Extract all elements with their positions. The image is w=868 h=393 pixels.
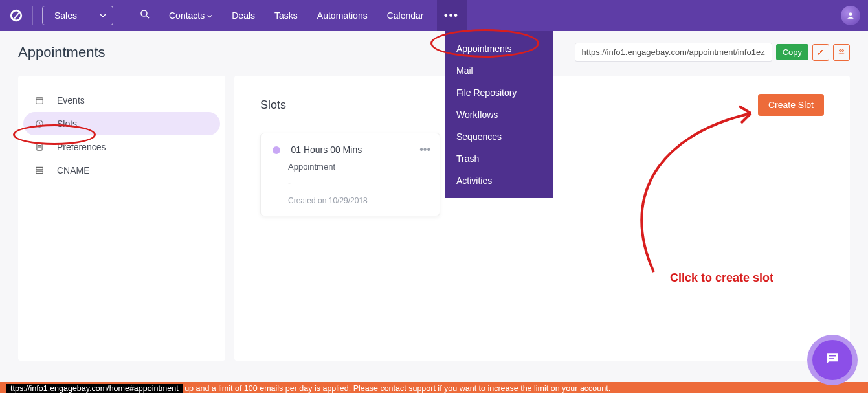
svg-line-1 — [146, 16, 149, 18]
dropdown-appointments[interactable]: Appointments — [445, 38, 553, 60]
chat-icon — [824, 350, 841, 370]
slot-color-dot — [273, 146, 280, 154]
settings-sidebar: Events Slots Preferences CNAME — [18, 76, 225, 361]
footer-message: up and a limit of 100 emails per day is … — [184, 384, 610, 393]
svg-rect-11 — [36, 167, 43, 170]
document-icon — [35, 142, 45, 152]
user-avatar[interactable] — [841, 6, 860, 25]
sidebar-item-preferences[interactable]: Preferences — [18, 135, 225, 159]
slot-more-button[interactable]: ••• — [419, 144, 430, 155]
chevron-down-icon — [207, 10, 212, 21]
svg-point-4 — [842, 49, 844, 51]
nav-label: Automations — [317, 10, 368, 21]
sidebar-item-label: CNAME — [57, 165, 90, 175]
nav-label: Deals — [232, 10, 255, 21]
nav-label: Contacts — [169, 10, 205, 21]
sidebar-item-cname[interactable]: CNAME — [18, 159, 225, 182]
dropdown-mail[interactable]: Mail — [445, 60, 553, 82]
sidebar-item-label: Preferences — [57, 142, 106, 152]
sidebar-item-label: Events — [57, 95, 85, 106]
pencil-icon — [817, 47, 825, 58]
people-icon — [838, 47, 845, 58]
module-selector[interactable]: Sales — [42, 6, 113, 25]
nav-label: Calendar — [387, 10, 424, 21]
sidebar-item-slots[interactable]: Slots — [23, 112, 220, 135]
app-logo[interactable] — [8, 7, 25, 24]
footer-url: ttps://info1.engagebay.com/home#appointm… — [6, 384, 183, 393]
nav-automations[interactable]: Automations — [317, 10, 368, 21]
slot-desc: - — [288, 178, 428, 187]
share-button[interactable] — [833, 44, 850, 61]
ellipsis-icon: ••• — [444, 10, 459, 21]
dropdown-file-repository[interactable]: File Repository — [445, 82, 553, 104]
chevron-down-icon — [100, 10, 106, 21]
page-header: Appointments https://info1.engagebay.com… — [18, 43, 850, 62]
module-label: Sales — [54, 10, 77, 21]
svg-point-0 — [141, 10, 147, 16]
main-title: Slots — [260, 98, 286, 112]
content-row: Events Slots Preferences CNAME Slots Cre… — [18, 76, 850, 361]
create-slot-button[interactable]: Create Slot — [758, 94, 824, 116]
server-icon — [35, 166, 45, 175]
copy-button[interactable]: Copy — [776, 44, 808, 60]
nav-more-button[interactable]: ••• — [437, 0, 467, 31]
svg-point-3 — [840, 49, 841, 51]
page-body: Appointments https://info1.engagebay.com… — [0, 31, 868, 372]
dropdown-trash[interactable]: Trash — [445, 148, 553, 170]
slot-type: Appointment — [288, 162, 428, 172]
page-title: Appointments — [18, 44, 106, 61]
nav-calendar[interactable]: Calendar — [387, 10, 424, 21]
ellipsis-icon: ••• — [419, 144, 430, 155]
edit-button[interactable] — [812, 44, 829, 61]
dropdown-workflows[interactable]: Workflows — [445, 104, 553, 126]
slot-duration: 01 Hours 00 Mins — [291, 144, 362, 155]
slot-created-date: Created on 10/29/2018 — [288, 196, 428, 205]
more-dropdown: Appointments Mail File Repository Workfl… — [445, 31, 553, 198]
appointment-url[interactable]: https://info1.engagebay.com/appointment/… — [575, 43, 772, 62]
chat-widget-button[interactable] — [812, 340, 852, 380]
nav-contacts[interactable]: Contacts — [169, 10, 212, 21]
dropdown-sequences[interactable]: Sequences — [445, 126, 553, 148]
sidebar-item-label: Slots — [57, 118, 77, 129]
svg-point-2 — [849, 12, 852, 16]
appointment-url-row: https://info1.engagebay.com/appointment/… — [575, 43, 850, 62]
dropdown-activities[interactable]: Activities — [445, 170, 553, 192]
slot-card[interactable]: 01 Hours 00 Mins ••• Appointment - Creat… — [260, 133, 440, 216]
annotation-text: Click to create slot — [670, 271, 773, 285]
nav-deals[interactable]: Deals — [232, 10, 255, 21]
calendar-icon — [35, 96, 45, 105]
nav-tasks[interactable]: Tasks — [274, 10, 298, 21]
nav-items: Contacts Deals Tasks Automations Calenda… — [169, 0, 467, 31]
sidebar-item-events[interactable]: Events — [18, 89, 225, 112]
footer-warning-bar: ttps://info1.engagebay.com/home#appointm… — [0, 382, 868, 393]
svg-rect-5 — [36, 98, 43, 104]
nav-divider — [32, 6, 33, 25]
nav-label: Tasks — [274, 10, 298, 21]
top-navbar: Sales Contacts Deals Tasks Automations C… — [0, 0, 868, 31]
clock-icon — [35, 119, 45, 128]
svg-rect-12 — [36, 171, 43, 174]
search-icon[interactable] — [139, 8, 151, 23]
